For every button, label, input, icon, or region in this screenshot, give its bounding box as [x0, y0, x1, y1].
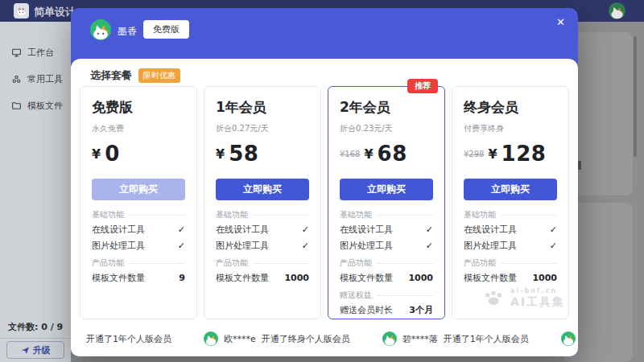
check-icon: ✓: [426, 224, 433, 236]
feature-value: 1000: [408, 273, 433, 284]
feature-label: 图片处理工具: [92, 241, 145, 252]
price-value: 58: [229, 142, 258, 166]
plan-name: 1年会员: [216, 98, 309, 116]
cat-avatar-icon: [90, 19, 111, 40]
feature-value: 1000: [532, 273, 557, 284]
section-basic: 基础功能: [464, 210, 557, 220]
check-icon: ✓: [178, 241, 185, 252]
sidebar: 工作台 常用工具 模板文件 文件数: 0 / 9 升级: [0, 22, 71, 362]
price: ¥ 58: [216, 142, 309, 166]
feature-label: 图片处理工具: [464, 241, 517, 252]
feature-row: 在线设计工具 ✓: [340, 224, 433, 236]
ticker-item: 云****轻 开通了1年个人版会员: [561, 331, 578, 346]
plan-select-header: 选择套餐 限时优惠: [90, 68, 180, 83]
tools-icon: [11, 74, 22, 84]
feature-row: 在线设计工具 ✓: [464, 224, 557, 236]
feature-row: 图片处理工具 ✓: [340, 241, 433, 252]
sidebar-item-label: 工作台: [27, 47, 54, 59]
limited-offer-badge: 限时优惠: [138, 68, 180, 83]
feature-row: 在线设计工具 ✓: [92, 224, 185, 236]
section-basic: 基础功能: [216, 210, 309, 220]
feature-label: 赠送会员时长: [340, 305, 393, 316]
price-value: 0: [105, 142, 120, 166]
tab-choose-plan[interactable]: 选择套餐: [90, 68, 132, 83]
feature-row: 模板文件数量 9: [92, 273, 185, 284]
buy-now-button[interactable]: 立即购买: [464, 179, 557, 200]
cat-avatar-icon: [609, 2, 625, 19]
feature-label: 在线设计工具: [340, 224, 393, 236]
app-logo[interactable]: [14, 3, 29, 19]
price: ¥298 ¥ 128: [464, 142, 557, 166]
check-icon: ✓: [550, 241, 557, 252]
modal-body: 选择套餐 限时优惠 免费版 永久免费 ¥ 0 立即购买 基础功能 在线设计工具 …: [71, 59, 578, 356]
plan-cards: 免费版 永久免费 ¥ 0 立即购买 基础功能 在线设计工具 ✓ 图片处理工具 ✓…: [80, 86, 569, 319]
feature-value: 3个月: [409, 305, 433, 316]
currency-symbol: ¥: [488, 146, 497, 162]
header-user-avatar[interactable]: [609, 2, 625, 19]
plan-card-2year: 推荐 2年会员 折合0.23元/天 ¥168 ¥ 68 立即购买 基础功能 在线…: [328, 86, 445, 319]
plan-subtitle: 付费享终身: [464, 124, 557, 134]
ticker-item: 欧****e 开通了终身个人版会员: [204, 331, 350, 346]
ticker-text: 开通了终身个人版会员: [262, 333, 350, 345]
plan-name: 终身会员: [464, 98, 557, 116]
ticker-cat-avatar: [204, 331, 218, 346]
ticker-user: 欧****e: [224, 333, 256, 345]
feature-label: 图片处理工具: [340, 241, 393, 252]
section-product: 产品功能: [340, 258, 433, 268]
feature-label: 模板文件数量: [92, 273, 145, 284]
section-gift: 赠送权益: [340, 290, 433, 300]
feature-label: 模板文件数量: [464, 273, 517, 284]
feature-row: 模板文件数量 1000: [216, 273, 309, 284]
section-basic: 基础功能: [92, 210, 185, 220]
original-price: ¥168: [340, 150, 360, 158]
sidebar-item-label: 模板文件: [27, 100, 63, 112]
purchase-ticker: 开通了1年个人版会员 欧****e 开通了终身个人版会员 碧****落 开通了1…: [71, 321, 578, 356]
currency-symbol: ¥: [364, 146, 373, 162]
recommended-badge: 推荐: [407, 79, 438, 93]
sidebar-item-tools[interactable]: 常用工具: [0, 66, 71, 93]
plan-card-1year: 1年会员 折合0.27元/天 ¥ 58 立即购买 基础功能 在线设计工具 ✓ 图…: [204, 86, 321, 319]
feature-row: 图片处理工具 ✓: [216, 241, 309, 252]
scrollbar[interactable]: [634, 36, 637, 157]
ticker-cat-avatar: [561, 331, 576, 346]
feature-label: 图片处理工具: [216, 241, 269, 252]
feature-value: 1000: [284, 273, 309, 284]
ticker-item: 开通了1年个人版会员: [80, 333, 171, 345]
monitor-icon: [11, 47, 22, 58]
feature-label: 模板文件数量: [340, 273, 393, 284]
check-icon: ✓: [178, 224, 185, 236]
currency-symbol: ¥: [92, 146, 101, 162]
check-icon: ✓: [302, 241, 309, 252]
paper-plane-icon: [21, 346, 30, 355]
price: ¥ 0: [92, 142, 185, 166]
current-plan-badge[interactable]: 免费版: [143, 20, 189, 39]
ticker-item: 碧****落 开通了1年个人版会员: [382, 331, 529, 346]
app-title: 简单设计: [34, 5, 76, 19]
section-product: 产品功能: [216, 258, 309, 268]
feature-row: 在线设计工具 ✓: [216, 224, 309, 236]
feature-label: 在线设计工具: [216, 224, 269, 236]
buy-now-button[interactable]: 立即购买: [92, 179, 185, 200]
ticker-text: 开通了1年个人版会员: [444, 333, 529, 345]
sidebar-item-workbench[interactable]: 工作台: [0, 39, 71, 66]
buy-now-button[interactable]: 立即购买: [340, 179, 433, 200]
user-name: 墨香: [118, 25, 137, 39]
feature-row: 赠送会员时长 3个月: [340, 305, 433, 316]
feature-label: 模板文件数量: [216, 273, 269, 284]
check-icon: ✓: [302, 224, 309, 236]
close-icon[interactable]: ✕: [556, 17, 565, 27]
upgrade-button[interactable]: 升级: [6, 341, 64, 359]
feature-row: 图片处理工具 ✓: [92, 241, 185, 252]
cat-logo-icon: [15, 5, 27, 17]
feature-label: 在线设计工具: [92, 224, 145, 236]
upgrade-label: 升级: [33, 344, 51, 356]
sidebar-item-templates[interactable]: 模板文件: [0, 93, 71, 119]
feature-row: 模板文件数量 1000: [340, 273, 433, 284]
price-value: 68: [378, 142, 407, 166]
feature-row: 模板文件数量 1000: [464, 273, 557, 284]
buy-now-button[interactable]: 立即购买: [216, 179, 309, 200]
feature-row: 图片处理工具 ✓: [464, 241, 557, 252]
price: ¥168 ¥ 68: [340, 142, 433, 166]
sidebar-divider: [0, 338, 71, 339]
check-icon: ✓: [550, 224, 557, 236]
